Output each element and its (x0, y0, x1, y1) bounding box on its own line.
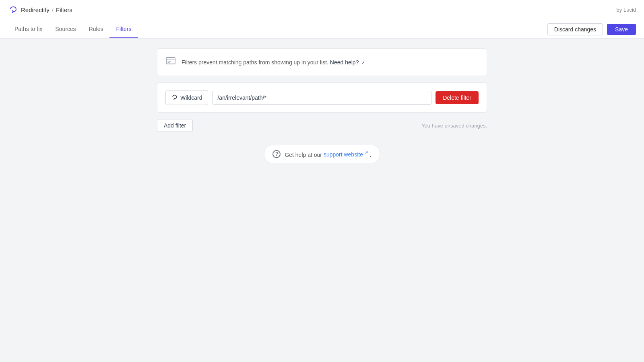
nav-actions: Discard changes Save (547, 23, 636, 35)
filter-row: Wildcard Delete filter (165, 90, 479, 105)
external-link-icon: ↗ (361, 60, 365, 65)
main-content: Filters prevent matching paths from show… (149, 39, 495, 173)
help-icon: ? (272, 150, 281, 158)
by-text: by Lucid (617, 7, 636, 13)
discard-changes-button[interactable]: Discard changes (547, 23, 603, 35)
support-website-link[interactable]: support website ↗ (324, 151, 370, 158)
tab-sources[interactable]: Sources (49, 20, 82, 38)
nav-tabs: Paths to fix Sources Rules Filters (8, 20, 138, 38)
filter-type-label: Wildcard (180, 95, 202, 101)
support-external-link-icon: ↗ (365, 150, 368, 155)
filter-type-button[interactable]: Wildcard (165, 90, 208, 105)
page-title: Filters (56, 6, 72, 13)
breadcrumb: Redirectify / Filters (8, 5, 72, 15)
bottom-row: Add filter You have unsaved changes. (157, 119, 487, 132)
info-box: Filters prevent matching paths from show… (157, 48, 487, 76)
app-name: Redirectify (21, 6, 50, 13)
filter-info-icon (165, 56, 176, 68)
unsaved-changes-text: You have unsaved changes. (421, 123, 487, 129)
filter-card: Wildcard Delete filter (157, 82, 487, 113)
tab-paths-to-fix[interactable]: Paths to fix (8, 20, 49, 38)
app-icon (8, 5, 19, 15)
add-filter-button[interactable]: Add filter (157, 119, 193, 132)
wildcard-icon (171, 94, 178, 101)
help-text: Get help at our support website ↗ . (285, 150, 371, 158)
filter-path-input[interactable] (212, 91, 431, 105)
breadcrumb-separator: / (52, 6, 54, 13)
nav-bar: Paths to fix Sources Rules Filters Disca… (0, 20, 644, 39)
save-button[interactable]: Save (607, 24, 636, 35)
tab-rules[interactable]: Rules (83, 20, 110, 38)
tab-filters[interactable]: Filters (109, 20, 138, 38)
top-header: Redirectify / Filters by Lucid (0, 0, 644, 20)
svg-rect-0 (166, 58, 175, 64)
need-help-link[interactable]: Need help? ↗ (330, 59, 365, 66)
delete-filter-button[interactable]: Delete filter (436, 91, 479, 104)
help-box: ? Get help at our support website ↗ . (264, 145, 380, 163)
info-box-text: Filters prevent matching paths from show… (182, 59, 365, 66)
